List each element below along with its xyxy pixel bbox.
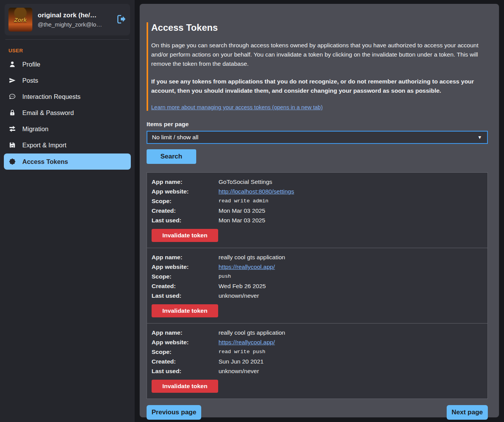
nav-section-user: USER [0, 44, 135, 56]
sign-out-icon [116, 14, 126, 25]
token-row-app-website: App website: http://localhost:8080/setti… [152, 187, 483, 196]
learn-more-link[interactable]: Learn more about managing your access to… [151, 104, 323, 110]
field-label: App name: [152, 328, 219, 337]
sidebar-item-email-password[interactable]: Email & Password [0, 105, 135, 121]
user-card[interactable]: Zork original zork (he/… @the_mighty_zor… [5, 4, 130, 35]
token-entry: App name: GoToSocial Settings App websit… [147, 173, 487, 248]
token-row-app-name: App name: really cool gts application [152, 252, 483, 262]
last-used-value: Mon Mar 03 2025 [219, 215, 483, 225]
items-per-page-label: Items per page [147, 121, 488, 128]
field-label: Last used: [152, 291, 219, 300]
created-value: Wed Feb 26 2025 [219, 281, 483, 291]
sidebar-item-label: Email & Password [22, 109, 74, 117]
lock-icon [8, 109, 16, 117]
created-value: Sun Jun 20 2021 [219, 357, 483, 366]
token-list: App name: GoToSocial Settings App websit… [147, 172, 488, 399]
token-entry: App name: really cool gts application Ap… [147, 324, 487, 399]
app-website-link[interactable]: https://reallycool.app/ [219, 264, 275, 270]
scope-value: read write push [219, 347, 483, 357]
user-icon [8, 60, 16, 68]
sidebar: Zork original zork (he/… @the_mighty_zor… [0, 0, 135, 422]
chevron-down-icon: ▼ [477, 135, 482, 140]
invalidate-token-button[interactable]: Invalidate token [152, 229, 218, 242]
sidebar-item-label: Migration [22, 125, 48, 133]
paper-plane-icon [8, 77, 16, 84]
app-name-value: really cool gts application [219, 252, 483, 262]
logout-button[interactable] [116, 15, 126, 25]
field-label: Scope: [152, 347, 219, 357]
token-row-last-used: Last used: unknown/never [152, 291, 483, 300]
field-label: Last used: [152, 366, 219, 376]
token-row-app-website: App website: https://reallycool.app/ [152, 262, 483, 272]
previous-page-button[interactable]: Previous page [147, 405, 201, 420]
sidebar-item-label: Interaction Requests [22, 93, 80, 100]
search-button[interactable]: Search [147, 149, 196, 164]
scope-value: read write admin [219, 196, 483, 206]
token-row-last-used: Last used: Mon Mar 03 2025 [152, 215, 483, 225]
comment-dots-icon [8, 93, 16, 100]
field-label: Scope: [152, 272, 219, 281]
token-row-created: Created: Sun Jun 20 2021 [152, 357, 483, 366]
sidebar-item-label: Export & Import [22, 142, 67, 149]
field-label: Scope: [152, 196, 219, 206]
token-row-scope: Scope: read write admin [152, 196, 483, 206]
avatar: Zork [8, 8, 32, 32]
sidebar-item-access-tokens[interactable]: Access Tokens [4, 153, 131, 170]
sidebar-nav: USER Profile Posts [0, 44, 135, 170]
sidebar-item-migration[interactable]: Migration [0, 121, 135, 137]
token-row-scope: Scope: read write push [152, 347, 483, 357]
app-website-link[interactable]: https://reallycool.app/ [219, 339, 275, 345]
token-row-created: Created: Mon Mar 03 2025 [152, 206, 483, 215]
pagination: Previous page Next page [147, 405, 488, 420]
last-used-value: unknown/never [219, 291, 483, 300]
scope-value: push [219, 272, 483, 281]
field-label: App name: [152, 177, 219, 187]
sidebar-item-label: Posts [22, 77, 38, 84]
main-panel: Access Tokens On this page you can searc… [140, 4, 499, 417]
warning-text: If you see any tokens from applications … [151, 77, 488, 95]
user-info: original zork (he/… @the_mighty_zork@lo… [38, 12, 111, 28]
app-name-value: really cool gts application [219, 328, 483, 337]
token-row-last-used: Last used: unknown/never [152, 366, 483, 376]
field-label: App name: [152, 252, 219, 262]
sidebar-item-label: Profile [22, 61, 40, 68]
floppy-disk-icon [8, 141, 16, 149]
items-per-page-value: No limit / show all [152, 134, 199, 141]
next-page-button[interactable]: Next page [447, 405, 488, 420]
field-label: Last used: [152, 215, 219, 225]
field-label: App website: [152, 262, 219, 272]
token-row-scope: Scope: push [152, 272, 483, 281]
field-label: Created: [152, 281, 219, 291]
token-entry: App name: really cool gts application Ap… [147, 248, 487, 324]
field-label: App website: [152, 187, 219, 196]
sidebar-item-export-import[interactable]: Export & Import [0, 137, 135, 153]
last-used-value: unknown/never [219, 366, 483, 376]
items-per-page-select[interactable]: No limit / show all ▼ [147, 131, 488, 144]
sidebar-item-interaction-requests[interactable]: Interaction Requests [0, 88, 135, 105]
user-handle: @the_mighty_zork@lo… [38, 21, 111, 28]
token-row-app-website: App website: https://reallycool.app/ [152, 337, 483, 347]
created-value: Mon Mar 03 2025 [219, 206, 483, 215]
invalidate-token-button[interactable]: Invalidate token [152, 304, 218, 317]
token-row-app-name: App name: GoToSocial Settings [152, 177, 483, 187]
app-name-value: GoToSocial Settings [219, 177, 483, 187]
field-label: Created: [152, 357, 219, 366]
sidebar-item-posts[interactable]: Posts [0, 72, 135, 88]
token-row-created: Created: Wed Feb 26 2025 [152, 281, 483, 291]
field-label: App website: [152, 337, 219, 347]
sidebar-item-profile[interactable]: Profile [0, 56, 135, 72]
page-header: Access Tokens On this page you can searc… [147, 22, 488, 111]
field-label: Created: [152, 206, 219, 215]
display-name: original zork (he/… [38, 12, 111, 19]
certificate-icon [8, 158, 16, 165]
app-website-link[interactable]: http://localhost:8080/settings [219, 188, 294, 195]
sidebar-divider [5, 39, 129, 40]
intro-text: On this page you can search through acce… [151, 41, 488, 68]
invalidate-token-button[interactable]: Invalidate token [152, 380, 218, 393]
token-row-app-name: App name: really cool gts application [152, 328, 483, 337]
page-title: Access Tokens [151, 22, 488, 33]
transfer-arrows-icon [8, 125, 16, 133]
sidebar-item-label: Access Tokens [22, 158, 68, 165]
